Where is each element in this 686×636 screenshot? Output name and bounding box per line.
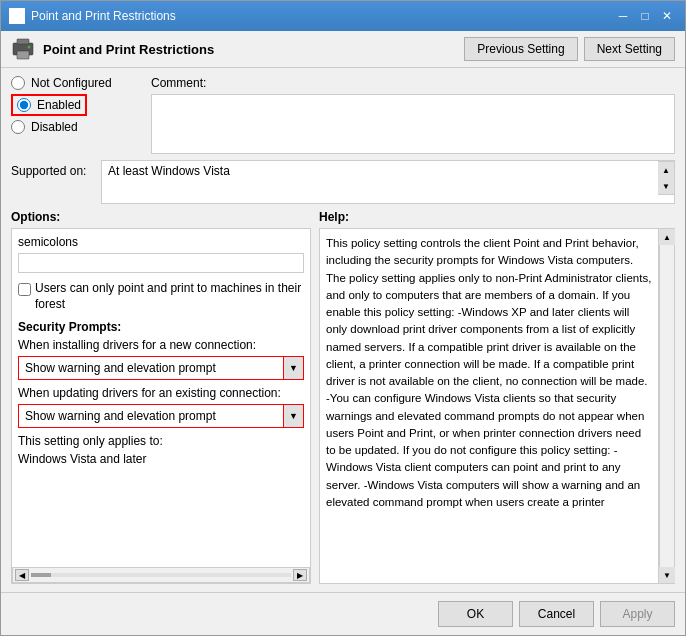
main-panels: Options: semicolons Users can only point… — [11, 210, 675, 584]
security-header: Security Prompts: — [18, 320, 304, 334]
enabled-highlight: Enabled — [11, 94, 87, 116]
not-configured-radio[interactable] — [11, 76, 25, 90]
close-button[interactable]: ✕ — [657, 6, 677, 26]
enabled-radio-item: Enabled — [11, 94, 141, 116]
options-label: Options: — [11, 210, 311, 224]
installing-dropdown[interactable]: Show warning and elevation prompt ▼ — [18, 356, 304, 380]
top-section: Not Configured Enabled Disabled Comment: — [11, 76, 675, 154]
ok-button[interactable]: OK — [438, 601, 513, 627]
disabled-label: Disabled — [31, 120, 78, 134]
scroll-track — [31, 573, 291, 577]
updating-dropdown[interactable]: Show warning and elevation prompt ▼ — [18, 404, 304, 428]
svg-point-3 — [28, 46, 31, 49]
text-input-row — [18, 253, 304, 277]
svg-rect-1 — [17, 39, 29, 44]
not-configured-label: Not Configured — [31, 76, 112, 90]
title-bar-left: 🖨 Point and Print Restrictions — [9, 8, 176, 24]
header-bar: Point and Print Restrictions Previous Se… — [1, 31, 685, 68]
installing-label: When installing drivers for a new connec… — [18, 338, 304, 352]
installing-value: Show warning and elevation prompt — [19, 358, 283, 378]
forest-checkbox[interactable] — [18, 283, 31, 296]
window-icon: 🖨 — [9, 8, 25, 24]
help-box-wrapper: This policy setting controls the client … — [319, 228, 675, 584]
minimize-button[interactable]: ─ — [613, 6, 633, 26]
window-title: Point and Print Restrictions — [31, 9, 176, 23]
forest-checkbox-row: Users can only point and print to machin… — [18, 281, 304, 312]
options-box: semicolons Users can only point and prin… — [11, 228, 311, 584]
help-scroll-down[interactable]: ▼ — [659, 567, 675, 583]
cancel-button[interactable]: Cancel — [519, 601, 594, 627]
updating-label: When updating drivers for an existing co… — [18, 386, 304, 400]
enabled-radio[interactable] — [17, 98, 31, 112]
disabled-radio-item: Disabled — [11, 120, 141, 134]
applies-value: Windows Vista and later — [18, 452, 304, 466]
options-horizontal-scrollbar[interactable]: ◀ ▶ — [12, 567, 310, 583]
supported-scroll-up[interactable]: ▲ — [658, 162, 674, 178]
applies-label: This setting only applies to: — [18, 434, 304, 448]
supported-dropdown-wrapper: At least Windows Vista ▲ ▼ — [101, 160, 675, 204]
scroll-right-btn[interactable]: ▶ — [293, 569, 307, 581]
options-scroll-content: semicolons Users can only point and prin… — [12, 229, 310, 567]
forest-checkbox-label: Users can only point and print to machin… — [35, 281, 304, 312]
enabled-label: Enabled — [37, 98, 81, 112]
supported-scroll-down[interactable]: ▼ — [658, 178, 674, 194]
separator-value: semicolons — [18, 235, 78, 249]
right-panel: Help: This policy setting controls the c… — [319, 210, 675, 584]
disabled-radio[interactable] — [11, 120, 25, 134]
comment-column: Comment: — [151, 76, 675, 154]
svg-rect-2 — [17, 51, 29, 59]
not-configured-radio-item: Not Configured — [11, 76, 141, 90]
previous-setting-button[interactable]: Previous Setting — [464, 37, 577, 61]
footer: OK Cancel Apply — [1, 592, 685, 635]
supported-value: At least Windows Vista — [102, 161, 658, 181]
title-controls: ─ □ ✕ — [613, 6, 677, 26]
comment-textarea[interactable] — [151, 94, 675, 154]
supported-scrollbar: ▲ ▼ — [658, 161, 674, 195]
header-title: Point and Print Restrictions — [43, 42, 456, 57]
left-panel: Options: semicolons Users can only point… — [11, 210, 311, 584]
radio-column: Not Configured Enabled Disabled — [11, 76, 141, 154]
separator-input[interactable] — [18, 253, 304, 273]
scroll-left-btn[interactable]: ◀ — [15, 569, 29, 581]
scroll-thumb — [31, 573, 51, 577]
separator-row: semicolons — [18, 235, 304, 249]
help-scrollbar: ▲ ▼ — [659, 228, 675, 584]
content-area: Not Configured Enabled Disabled Comment: — [1, 68, 685, 592]
installing-dropdown-arrow[interactable]: ▼ — [283, 357, 303, 379]
supported-row: Supported on: At least Windows Vista ▲ ▼ — [11, 160, 675, 204]
next-setting-button[interactable]: Next Setting — [584, 37, 675, 61]
help-scroll-track — [660, 245, 674, 567]
updating-dropdown-arrow[interactable]: ▼ — [283, 405, 303, 427]
supported-label: Supported on: — [11, 160, 101, 178]
help-text: This policy setting controls the client … — [326, 237, 651, 508]
maximize-button[interactable]: □ — [635, 6, 655, 26]
help-scroll-up[interactable]: ▲ — [659, 229, 675, 245]
main-window: 🖨 Point and Print Restrictions ─ □ ✕ Poi… — [0, 0, 686, 636]
policy-icon — [11, 37, 35, 61]
header-buttons: Previous Setting Next Setting — [464, 37, 675, 61]
help-label: Help: — [319, 210, 675, 224]
help-text-box: This policy setting controls the client … — [319, 228, 659, 584]
comment-label: Comment: — [151, 76, 675, 90]
apply-button[interactable]: Apply — [600, 601, 675, 627]
updating-value: Show warning and elevation prompt — [19, 406, 283, 426]
title-bar: 🖨 Point and Print Restrictions ─ □ ✕ — [1, 1, 685, 31]
